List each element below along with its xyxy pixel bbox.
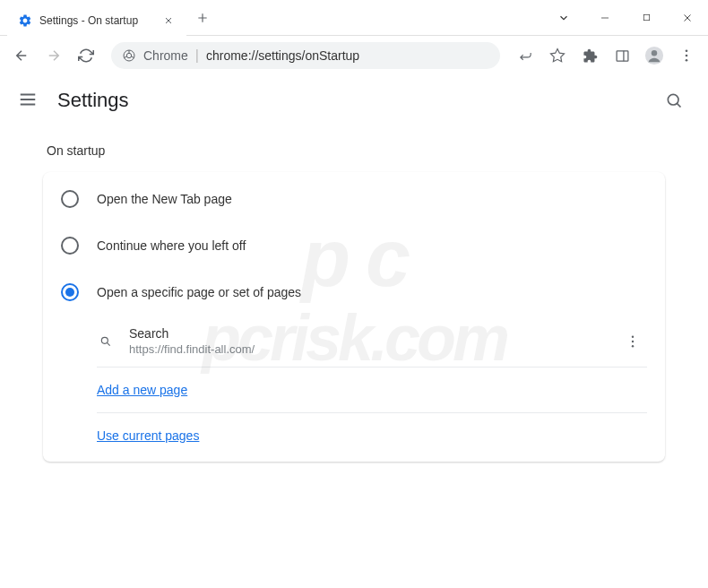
svg-point-6	[686, 49, 688, 52]
search-icon	[97, 333, 115, 350]
menu-icon[interactable]	[672, 41, 701, 70]
address-bar[interactable]: Chrome | chrome://settings/onStartup	[111, 42, 500, 69]
svg-point-11	[632, 335, 634, 337]
svg-rect-3	[617, 50, 628, 60]
window-titlebar: Settings - On startup	[0, 0, 708, 36]
chevron-down-icon[interactable]	[543, 0, 584, 36]
radio-icon	[61, 237, 79, 255]
sidepanel-icon[interactable]	[608, 41, 636, 70]
settings-content: On startup Open the New Tab page Continu…	[0, 125, 708, 480]
radio-option-specific-pages[interactable]: Open a specific page or set of pages	[43, 269, 665, 316]
omnibox-prefix: Chrome	[143, 48, 188, 63]
svg-point-2	[126, 53, 131, 57]
omnibox-url: chrome://settings/onStartup	[206, 48, 359, 63]
radio-label: Open a specific page or set of pages	[97, 285, 301, 299]
chrome-icon	[122, 48, 136, 63]
settings-header: Settings	[0, 75, 708, 125]
reload-button[interactable]	[72, 41, 100, 70]
radio-option-new-tab[interactable]: Open the New Tab page	[43, 176, 665, 222]
settings-card: Open the New Tab page Continue where you…	[43, 172, 665, 462]
back-button[interactable]	[7, 41, 36, 70]
add-page-link[interactable]: Add a new page	[97, 383, 187, 397]
svg-point-7	[686, 55, 688, 57]
radio-icon	[61, 190, 79, 208]
search-icon[interactable]	[658, 84, 690, 117]
hamburger-icon[interactable]	[18, 90, 39, 111]
svg-point-12	[632, 340, 634, 342]
page-url: https://find.findit-all.com/	[129, 342, 604, 356]
gear-icon	[18, 13, 32, 28]
radio-icon	[61, 283, 79, 301]
page-name: Search	[129, 326, 604, 341]
browser-toolbar: Chrome | chrome://settings/onStartup	[0, 36, 708, 75]
svg-point-9	[668, 94, 678, 105]
use-current-row: Use current pages	[97, 413, 647, 458]
svg-point-13	[632, 345, 634, 347]
startup-pages-list: Search https://find.findit-all.com/ Add …	[43, 316, 665, 458]
close-window-button[interactable]	[667, 0, 708, 36]
bookmark-icon[interactable]	[543, 41, 572, 70]
radio-option-continue[interactable]: Continue where you left off	[43, 222, 665, 269]
more-icon[interactable]	[618, 327, 647, 356]
svg-point-5	[652, 50, 657, 56]
minimize-button[interactable]	[584, 0, 626, 36]
maximize-button[interactable]	[626, 0, 667, 36]
page-title: Settings	[57, 89, 129, 112]
extensions-icon[interactable]	[575, 41, 604, 70]
new-tab-button[interactable]	[190, 5, 215, 30]
forward-button[interactable]	[39, 41, 68, 70]
profile-icon[interactable]	[640, 41, 669, 70]
omnibox-divider: |	[195, 48, 199, 64]
svg-rect-0	[643, 14, 649, 20]
startup-page-item: Search https://find.findit-all.com/	[97, 316, 647, 368]
share-icon[interactable]	[511, 41, 540, 70]
radio-label: Continue where you left off	[97, 238, 246, 253]
tab-title: Settings - On startup	[39, 14, 154, 27]
section-title: On startup	[47, 143, 665, 158]
window-controls	[543, 0, 708, 36]
use-current-link[interactable]: Use current pages	[97, 428, 199, 443]
page-info: Search https://find.findit-all.com/	[129, 326, 604, 356]
radio-label: Open the New Tab page	[97, 192, 232, 206]
add-page-row: Add a new page	[97, 368, 647, 413]
browser-tab[interactable]: Settings - On startup	[7, 5, 186, 36]
svg-point-8	[686, 59, 688, 62]
close-icon[interactable]	[161, 13, 176, 28]
